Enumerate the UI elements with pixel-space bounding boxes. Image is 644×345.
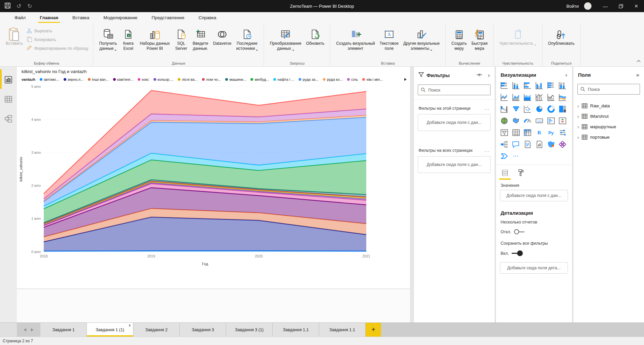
line-visual-icon[interactable] — [500, 93, 509, 102]
collapse-filters-icon[interactable]: › — [488, 74, 490, 77]
legend-item[interactable]: автомо... — [40, 77, 59, 81]
python-visual-icon[interactable]: Py — [547, 128, 555, 137]
ribbon-button[interactable]: A Текстовое поле — [377, 26, 401, 53]
fields-search-input[interactable]: Поиск — [577, 84, 640, 95]
page-tab[interactable]: Завдання 3 — [180, 323, 226, 337]
ribbon-visual-icon[interactable] — [558, 93, 567, 102]
col-stacked-visual-icon[interactable] — [512, 81, 520, 90]
report-canvas[interactable]: kilkist_vahoniv по Год и vantazh vantazh… — [17, 67, 410, 289]
legend-item[interactable]: лом чо... — [202, 77, 221, 81]
kpi-visual-icon[interactable] — [558, 116, 567, 125]
stacked-area-chart[interactable]: 0 млн1 млн2 млн3 млн4 млн5 млн2018201920… — [17, 82, 410, 287]
legend-item[interactable]: руда за... — [299, 77, 318, 81]
cut-button[interactable]: Вырезать — [25, 27, 90, 35]
legend-item[interactable]: хім.і мін... — [362, 77, 383, 81]
decomp-tree-visual-icon[interactable] — [500, 140, 509, 149]
close-tab-icon[interactable]: x — [129, 323, 131, 327]
redo-icon[interactable]: ↻ — [27, 3, 32, 10]
ribbon-button[interactable]: Обновить — [304, 26, 327, 47]
ribbon-button[interactable]: Создать меру — [449, 26, 469, 53]
legend-item[interactable]: лісні ва... — [178, 77, 198, 81]
narrative-visual-icon[interactable] — [523, 140, 532, 149]
multi-reports-toggle[interactable] — [514, 229, 524, 234]
field-table-row[interactable]: › tMarshrut — [573, 111, 644, 122]
scatter-visual-icon[interactable] — [523, 105, 532, 113]
area-visual-icon[interactable] — [512, 93, 520, 102]
ribbon-button[interactable]: Введите данные. — [190, 26, 210, 53]
waterfall-visual-icon[interactable] — [500, 105, 509, 113]
matrix-visual-icon[interactable] — [523, 128, 532, 137]
paginated-visual-icon[interactable] — [535, 140, 544, 149]
slicer-visual-icon[interactable] — [500, 128, 509, 137]
legend-item[interactable]: руда ко... — [323, 77, 343, 81]
table-visual-icon[interactable] — [512, 128, 520, 137]
qa-visual-icon[interactable] — [512, 140, 520, 149]
arcgis-visual-icon[interactable] — [547, 140, 555, 149]
undo-icon[interactable]: ↺ — [16, 3, 21, 10]
minimize-button[interactable]: — — [598, 0, 613, 12]
filters-page-dropzone[interactable]: Добавьте сюда поля с дан... — [418, 114, 490, 131]
restore-button[interactable] — [613, 0, 629, 12]
filters-all-dropzone[interactable]: Добавьте сюда поля с дан... — [418, 156, 490, 173]
gauge-visual-icon[interactable] — [523, 116, 532, 125]
ribbon-button[interactable]: Быстрая мера — [469, 26, 490, 53]
pie-visual-icon[interactable] — [535, 105, 544, 113]
menu-4[interactable]: Моделирование — [96, 13, 144, 23]
legend-item[interactable]: сіль — [347, 77, 358, 81]
filters-search-input[interactable]: Поиск — [418, 84, 490, 95]
ribbon-button[interactable]: Dataverse — [211, 26, 234, 47]
page-tab[interactable]: Завдання 1 — [40, 323, 87, 337]
multirow-card-visual-icon[interactable] — [547, 116, 555, 125]
bar-stacked-visual-icon[interactable] — [500, 81, 509, 90]
legend-item[interactable]: зерно,п... — [64, 77, 84, 81]
page-tab-active[interactable]: Завдання 1 (1)x — [87, 323, 133, 337]
legend-item[interactable]: інші ван... — [88, 77, 109, 81]
more-options-icon[interactable]: ... — [484, 148, 490, 153]
page-tab[interactable]: Завдання 2 — [133, 323, 180, 337]
ribbon-button[interactable]: Опубликовать — [546, 26, 577, 47]
powerapps-visual-icon[interactable] — [558, 140, 567, 149]
save-icon[interactable] — [5, 3, 10, 10]
funnel-visual-icon[interactable] — [512, 105, 520, 113]
ribbon-button[interactable]: Получить данные — [97, 26, 119, 53]
menu-6[interactable]: Справка — [192, 13, 224, 23]
model-view-button[interactable] — [0, 110, 17, 127]
treemap-visual-icon[interactable] — [558, 105, 567, 113]
drillthrough-dropzone[interactable]: Добавьте сюда поля дета... — [500, 262, 568, 274]
card-visual-icon[interactable]: 123 — [535, 116, 544, 125]
ribbon-button[interactable]: Наборы данных Power BI — [137, 26, 172, 53]
collapse-visualizations-icon[interactable]: › — [565, 73, 567, 77]
report-view-button[interactable] — [0, 71, 17, 88]
legend-item[interactable]: кольор.... — [154, 77, 173, 81]
eye-icon[interactable] — [476, 72, 482, 78]
params-visual-icon[interactable] — [558, 128, 567, 137]
keep-filters-toggle[interactable] — [512, 250, 523, 256]
expand-icon[interactable]: › — [577, 104, 579, 108]
line-col-stacked-visual-icon[interactable] — [535, 93, 544, 102]
col-clustered-visual-icon[interactable] — [535, 81, 544, 90]
expand-icon[interactable]: › — [577, 125, 579, 129]
next-page-icon[interactable] — [31, 328, 35, 332]
field-table-row[interactable]: › Raw_data — [573, 101, 644, 111]
bar-100-visual-icon[interactable] — [547, 81, 555, 90]
automate-visual-icon[interactable] — [500, 152, 509, 161]
collapse-fields-icon[interactable]: » — [636, 73, 639, 77]
page-tab[interactable]: Завдання 3 (1) — [226, 323, 273, 337]
ribbon-button[interactable]: Другие визуальные элементы — [401, 26, 442, 53]
expand-icon[interactable]: › — [577, 136, 579, 139]
paste-button[interactable]: Вставить — [3, 26, 25, 47]
add-page-button[interactable]: + — [366, 323, 381, 337]
viz-format-tab[interactable] — [517, 169, 524, 180]
line-col-clustered-visual-icon[interactable] — [547, 93, 555, 102]
ribbon-button[interactable]: Создать визуальный элемент — [334, 26, 377, 53]
expand-icon[interactable]: › — [577, 115, 579, 118]
sign-in-button[interactable]: Войти — [563, 4, 582, 9]
viz-fields-tab[interactable] — [501, 169, 509, 180]
field-table-row[interactable]: › портовые — [573, 132, 644, 142]
legend-item[interactable]: кокс — [138, 77, 149, 81]
avatar[interactable] — [584, 2, 591, 10]
values-dropzone[interactable]: Добавьте сюда поля с дан... — [500, 190, 568, 201]
more-options-icon[interactable]: ... — [484, 106, 490, 111]
legend-item[interactable]: кам'яне... — [113, 77, 133, 81]
filled-map-visual-icon[interactable] — [512, 116, 520, 125]
